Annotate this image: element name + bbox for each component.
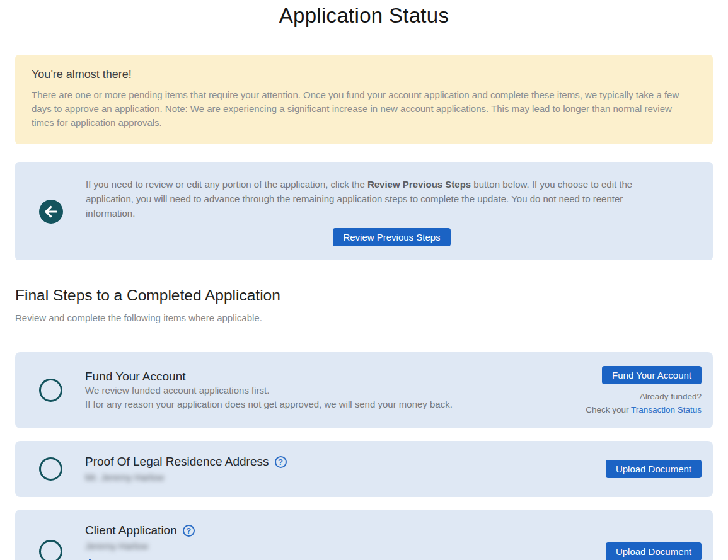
review-panel-content: If you need to review or edit any portio… (86, 177, 698, 246)
help-icon[interactable]: ? (183, 525, 195, 537)
transaction-status-link[interactable]: Transaction Status (631, 405, 702, 414)
already-funded-note: Already funded? (640, 392, 702, 401)
review-previous-steps-panel: If you need to review or edit any portio… (15, 162, 713, 260)
download-icon (85, 557, 95, 560)
alert-heading: You're almost there! (32, 68, 696, 81)
client-application-card-title: Client Application (85, 523, 177, 537)
fund-card-line1: We review funded account applications fi… (85, 384, 573, 397)
review-previous-steps-button[interactable]: Review Previous Steps (333, 228, 450, 246)
final-steps-cards: Fund Your Account We review funded accou… (15, 352, 713, 560)
review-panel-text: If you need to review or edit any portio… (86, 177, 672, 220)
download-agreements-label: Download Agreements & Disclosures (105, 558, 240, 560)
page-title: Application Status (15, 3, 713, 29)
help-icon[interactable]: ? (275, 456, 287, 468)
redacted-applicant-name: Jeremy Harlow (85, 540, 148, 551)
check-transaction-status-note: Check your Transaction Status (586, 405, 702, 414)
fund-card-main: Fund Your Account We review funded accou… (85, 370, 573, 411)
client-application-card-side: Upload Document (593, 542, 702, 560)
redacted-applicant-name: Mr. Jeremy Harlow (85, 472, 164, 483)
card-fund-your-account: Fund Your Account We review funded accou… (15, 352, 713, 428)
client-application-links: Download Agreements & Disclosures Print … (85, 557, 593, 560)
residence-card-title: Proof Of Legal Residence Address (85, 455, 269, 469)
review-button-row: Review Previous Steps (86, 228, 698, 246)
check-your-text: Check your (586, 405, 631, 414)
client-application-card-main: Client Application ? Jeremy Harlow Downl… (85, 523, 593, 560)
card-proof-of-residence: Proof Of Legal Residence Address ? Mr. J… (15, 441, 713, 497)
pending-items-alert: You're almost there! There are one or mo… (15, 55, 713, 144)
final-steps-subheading: Review and complete the following items … (15, 312, 713, 323)
card-client-application: Client Application ? Jeremy Harlow Downl… (15, 510, 713, 560)
alert-body: There are one or more pending items that… (32, 88, 696, 130)
residence-card-side: Upload Document (593, 460, 702, 478)
download-agreements-link[interactable]: Download Agreements & Disclosures (85, 557, 593, 560)
fund-card-title: Fund Your Account (85, 370, 186, 384)
fund-card-side: Fund Your Account Already funded? Check … (573, 366, 702, 414)
review-text-before: If you need to review or edit any portio… (86, 179, 367, 190)
fund-your-account-button[interactable]: Fund Your Account (602, 366, 702, 384)
pending-status-circle-icon (39, 457, 62, 481)
arrow-left-circle-icon[interactable] (39, 200, 63, 224)
upload-document-button[interactable]: Upload Document (606, 542, 702, 560)
pending-status-circle-icon (39, 379, 62, 402)
pending-status-circle-icon (39, 540, 62, 560)
application-status-page: Application Status You're almost there! … (0, 0, 728, 560)
residence-card-main: Proof Of Legal Residence Address ? Mr. J… (85, 455, 593, 483)
review-text-bold: Review Previous Steps (367, 179, 471, 190)
final-steps-heading: Final Steps to a Completed Application (15, 287, 713, 304)
fund-card-line2: If for any reason your application does … (85, 397, 573, 411)
upload-document-button[interactable]: Upload Document (606, 460, 702, 478)
